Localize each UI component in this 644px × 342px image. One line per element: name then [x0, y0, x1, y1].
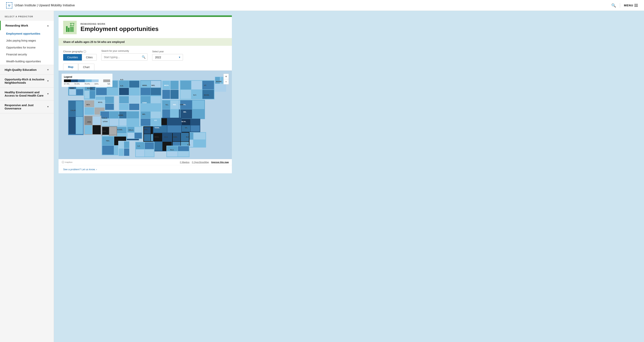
- svg-rect-153: [178, 146, 189, 151]
- map-legend: Legend 67.9% 74.5% 79.4% 84%: [62, 74, 112, 87]
- svg-text:WYO.: WYO.: [98, 101, 103, 103]
- sidebar-section-header-healthy-environment[interactable]: Healthy Environment and Access to Good H…: [0, 88, 54, 100]
- search-label: Search for your community: [101, 50, 148, 52]
- mapbox-icon: [62, 161, 64, 164]
- svg-rect-82: [192, 100, 204, 109]
- sidebar-item-opportunities-for-income[interactable]: Opportunities for income: [0, 44, 54, 51]
- legend-labels: 67.9% 74.5% 79.4% 84% NA: [64, 83, 110, 85]
- sidebar-item-wealth-building[interactable]: Wealth-building opportunities: [0, 58, 54, 65]
- svg-text:TENN.: TENN.: [154, 127, 160, 129]
- tab-bar: Map Chart: [58, 61, 232, 71]
- card-header: REWARDING WORK Employment opportunities: [58, 17, 232, 38]
- svg-text:KY.: KY.: [154, 119, 157, 121]
- sidebar-item-employment-opportunities[interactable]: Employment opportunities: [0, 30, 54, 37]
- year-select[interactable]: 2022 2021 2020 2019 2018: [152, 54, 183, 61]
- tab-map[interactable]: Map: [63, 64, 78, 70]
- svg-rect-39: [129, 104, 139, 110]
- sidebar-section-responsive-governance: Responsive and Just Governance ▼: [0, 100, 54, 113]
- card-category: REWARDING WORK: [80, 23, 158, 25]
- header-right: 🔍 MENU: [611, 3, 638, 8]
- svg-rect-34: [129, 88, 139, 95]
- svg-rect-102: [110, 112, 119, 118]
- svg-rect-109: [76, 117, 83, 134]
- sidebar-items-rewarding-work: Employment opportunities Jobs paying liv…: [0, 30, 54, 65]
- svg-text:MO.: MO.: [142, 113, 146, 115]
- zoom-in-button[interactable]: +: [224, 74, 229, 79]
- svg-rect-158: [167, 118, 181, 125]
- svg-text:N.D.: N.D.: [120, 79, 124, 81]
- chevron-down-icon: ▼: [47, 93, 49, 95]
- header-title: Urban Institute | Upward Mobility Initia…: [15, 3, 75, 7]
- sidebar-label: SELECT A PREDICTOR: [0, 15, 54, 21]
- svg-rect-0: [66, 26, 68, 32]
- svg-text:VT.: VT.: [204, 84, 206, 86]
- employment-icon-svg: [65, 22, 75, 33]
- mapbox-attribution-link[interactable]: © Mapbox: [180, 161, 190, 163]
- svg-rect-98: [84, 108, 94, 115]
- svg-text:S.C.: S.C.: [187, 144, 191, 146]
- svg-rect-14: [76, 89, 83, 95]
- map-footer: mapbox © Mapbox © OpenStreetMap Improve …: [58, 159, 232, 165]
- svg-rect-60: [170, 81, 178, 89]
- sidebar-section-header-rewarding-work[interactable]: Rewarding Work ▲: [0, 21, 54, 30]
- svg-text:MASS.: MASS.: [204, 94, 210, 96]
- svg-rect-107: [76, 101, 83, 116]
- sidebar-item-jobs-paying-living-wages[interactable]: Jobs paying living wages: [0, 37, 54, 44]
- svg-text:WIS.: WIS.: [151, 84, 155, 86]
- zoom-out-button[interactable]: −: [224, 79, 229, 84]
- svg-rect-123: [102, 146, 114, 155]
- svg-text:ORE.: ORE.: [70, 87, 74, 89]
- sidebar-section-healthy-environment: Healthy Environment and Access to Good H…: [0, 88, 54, 100]
- sidebar-section-header-opportunity-rich[interactable]: Opportunity-Rich & Inclusive Neighborhoo…: [0, 75, 54, 87]
- menu-button[interactable]: MENU: [624, 4, 638, 7]
- svg-text:FLA.: FLA.: [170, 149, 174, 151]
- sidebar-section-header-high-quality-education[interactable]: High-Quality Education ▼: [0, 65, 54, 74]
- svg-text:UTAH: UTAH: [103, 121, 108, 123]
- sidebar-item-financial-security[interactable]: Financial security: [0, 51, 54, 58]
- svg-rect-126: [119, 141, 124, 148]
- card-top-bar: [58, 15, 232, 17]
- map-container: CALIF. ORE. IDAHO MONT. WYO. NEV. ARIZ. …: [58, 71, 232, 159]
- search-button[interactable]: 🔍: [611, 3, 616, 8]
- tab-chart[interactable]: Chart: [78, 64, 94, 70]
- geo-btn-cities[interactable]: Cities: [82, 54, 97, 61]
- chevron-up-icon: ▲: [47, 24, 49, 27]
- svg-rect-1: [68, 28, 70, 32]
- year-label: Select year: [152, 50, 183, 53]
- sidebar-section-opportunity-rich: Opportunity-Rich & Inclusive Neighborhoo…: [0, 75, 54, 88]
- geography-label-text: Choose geography: [63, 50, 82, 53]
- svg-rect-38: [119, 104, 129, 110]
- sidebar-section-title-healthy-environment: Healthy Environment and Access to Good H…: [4, 91, 47, 97]
- svg-rect-53: [141, 88, 150, 95]
- svg-text:S.D.: S.D.: [120, 85, 124, 87]
- svg-rect-32: [129, 81, 139, 88]
- svg-text:W.VA.: W.VA.: [182, 121, 186, 123]
- legend-seg-1: [64, 79, 71, 82]
- search-icon: 🔍: [140, 54, 148, 60]
- legend-seg-na: [103, 79, 110, 82]
- legend-val-1: 67.9%: [64, 83, 69, 85]
- legend-seg-2: [71, 79, 78, 82]
- sidebar: SELECT A PREDICTOR Rewarding Work ▲ Empl…: [0, 11, 54, 342]
- svg-rect-135: [134, 133, 142, 139]
- svg-rect-61: [162, 90, 170, 99]
- svg-rect-23: [96, 88, 107, 95]
- search-input[interactable]: [102, 54, 140, 60]
- svg-rect-160: [167, 125, 181, 133]
- svg-rect-159: [154, 125, 167, 133]
- improve-map-link[interactable]: Improve this map: [211, 161, 229, 163]
- sidebar-section-header-responsive-governance[interactable]: Responsive and Just Governance ▼: [0, 100, 54, 113]
- svg-rect-169: [141, 119, 150, 126]
- svg-text:N.M.: N.M.: [102, 130, 106, 132]
- svg-rect-68: [170, 109, 178, 119]
- sidebar-section-title-high-quality-education: High-Quality Education: [4, 68, 36, 71]
- geo-btn-counties[interactable]: Counties: [63, 54, 82, 61]
- osm-attribution-link[interactable]: © OpenStreetMap: [192, 161, 209, 163]
- svg-rect-29: [105, 104, 114, 110]
- problem-link[interactable]: See a problem? Let us know.: [63, 168, 97, 171]
- svg-rect-133: [134, 127, 142, 132]
- sidebar-section-rewarding-work: Rewarding Work ▲ Employment opportunitie…: [0, 21, 54, 65]
- svg-text:ALA.: ALA.: [164, 136, 168, 138]
- legend-seg-5: [92, 79, 98, 82]
- map-footer-right: © Mapbox © OpenStreetMap Improve this ma…: [180, 161, 229, 163]
